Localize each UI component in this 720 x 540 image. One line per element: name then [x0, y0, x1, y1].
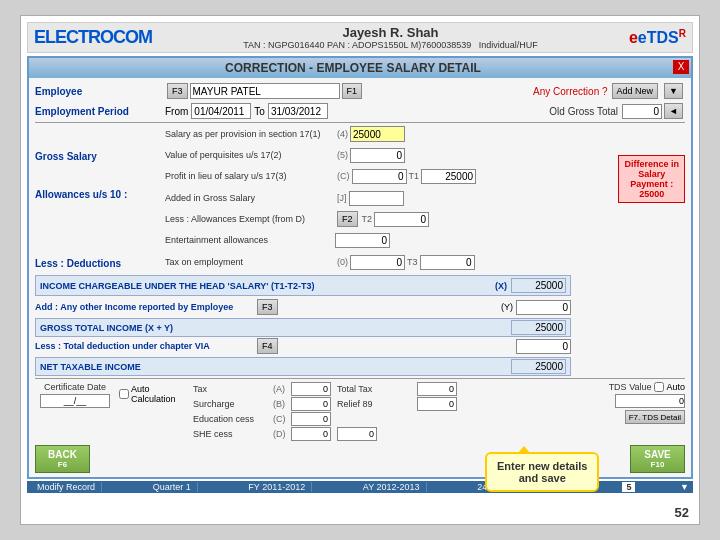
income-x-input[interactable] [511, 278, 566, 293]
top-header: ELECTROCOM Jayesh R. Shah TAN : NGPG0164… [27, 22, 693, 53]
relief-val[interactable] [417, 397, 457, 411]
allowances-section: Allowances u/s 10 : Added in Gross Salar… [35, 189, 571, 251]
cert-date-input[interactable] [40, 394, 110, 408]
tooltip-container: Enter new details and save [485, 452, 599, 492]
ay-item: AY 2012-2013 [357, 482, 427, 492]
salary-sub3-row: Profit in lieu of salary u/s 17(3) (C) T… [165, 167, 571, 185]
t3-input[interactable] [420, 255, 475, 270]
salary-sub2-row: Value of perquisites u/s 17(2) (5) [165, 146, 571, 164]
tds-value-label: TDS Value [609, 382, 652, 392]
tax-val-3[interactable] [291, 427, 331, 441]
t2-input[interactable] [374, 212, 429, 227]
total-deduction-label: Less : Total deduction under chapter VIA [35, 341, 255, 351]
salary-sub1-row: Salary as per provision in section 17(1)… [165, 125, 571, 143]
tax-table: Tax (A) Total Tax Surcharge (B) Relief 8… [193, 382, 541, 442]
header-name: Jayesh R. Shah [243, 25, 538, 40]
t1-input[interactable] [421, 169, 476, 184]
to-date-input[interactable] [268, 103, 328, 119]
tax-val-0[interactable] [291, 382, 331, 396]
divider2 [35, 378, 685, 379]
net-taxable-label: NET TAXABLE INCOME [40, 362, 141, 372]
status-arrow: ▼ [680, 482, 689, 492]
t3-label: T3 [407, 257, 418, 267]
she-extra-val[interactable] [337, 427, 377, 441]
salary-val2-input[interactable] [350, 148, 405, 163]
main-dialog: CORRECTION - EMPLOYEE SALARY DETAIL X Em… [27, 56, 693, 479]
left-section: Gross Salary Salary as per provision in … [35, 125, 571, 376]
f2-button[interactable]: F2 [337, 211, 358, 227]
diff-line1: Difference in [624, 159, 679, 169]
from-label: From [165, 106, 188, 117]
fy-item: FY 2011-2012 [242, 482, 312, 492]
deductions-bracket1: (0) [337, 257, 348, 267]
add-new-button[interactable]: Add New [612, 83, 659, 99]
from-date-input[interactable] [191, 103, 251, 119]
dialog-title: CORRECTION - EMPLOYEE SALARY DETAIL X [29, 58, 691, 78]
t1-label: T1 [409, 171, 420, 181]
total-tax-label: Total Tax [337, 384, 417, 394]
deductions-section: Less : Deductions Tax on employment (0) … [35, 253, 571, 273]
salary-val3-input[interactable] [352, 169, 407, 184]
allowances-label: Allowances u/s 10 : [35, 189, 165, 200]
auto-calc-input[interactable] [119, 389, 129, 399]
diff-line2: Salary [624, 169, 679, 179]
tds-auto-label: Auto [666, 382, 685, 392]
allowances-sub3-row: Entertainment allowances [165, 231, 571, 249]
allowances-val3-input[interactable] [335, 233, 390, 248]
f4-button[interactable]: F4 [257, 338, 278, 354]
relief-label: Relief 89 [337, 399, 417, 409]
f1-button[interactable]: F1 [342, 83, 363, 99]
other-income-input[interactable] [516, 300, 571, 315]
tax-label-2: Education cess [193, 414, 273, 424]
slide-number: 52 [675, 505, 689, 520]
gross-total-label: GROSS TOTAL INCOME (X + Y) [40, 323, 173, 333]
close-button[interactable]: X [673, 60, 689, 74]
salary-val1-input[interactable] [350, 126, 405, 142]
employee-row: Employee F3 F1 Any Correction ? Add New … [35, 82, 685, 100]
bottom-area: Certificate Date Auto Calculation Tax (A… [35, 382, 685, 442]
employee-name-input[interactable] [190, 83, 340, 99]
allowances-val1-input[interactable] [349, 191, 404, 206]
other-income-f3-button[interactable]: F3 [257, 299, 278, 315]
difference-box: Difference in Salary Payment : 25000 [618, 155, 685, 203]
tax-row-3: SHE cess (D) [193, 427, 541, 441]
sub3-label: Profit in lieu of salary u/s 17(3) [165, 171, 335, 181]
deductions-sub1-label: Tax on employment [165, 257, 335, 267]
allowances-sub2-label: Less : Allowances Exempt (from D) [165, 214, 335, 224]
old-gross-label: Old Gross Total [549, 106, 618, 117]
tds-auto-input[interactable] [654, 382, 664, 392]
tax-val-1[interactable] [291, 397, 331, 411]
net-taxable-input[interactable] [511, 359, 566, 374]
y-label: (Y) [501, 302, 513, 312]
f7-detail-button[interactable]: F7. TDS Detail [625, 410, 685, 424]
total-deduction-input[interactable] [516, 339, 571, 354]
tds-auto-checkbox[interactable]: Auto [654, 382, 685, 392]
allowances-sub2-row: Less : Allowances Exempt (from D) F2 T2 [165, 210, 571, 228]
gross-salary-row: Gross Salary Salary as per provision in … [35, 125, 571, 187]
quarter-item: Quarter 1 [147, 482, 198, 492]
deductions-val1-input[interactable] [350, 255, 405, 270]
auto-calc-checkbox[interactable]: Auto Calculation [119, 384, 189, 404]
tax-val-2[interactable] [291, 412, 331, 426]
tax-row-2: Education cess (C) [193, 412, 541, 426]
f3-button[interactable]: F3 [167, 83, 188, 99]
slide-container: ELECTROCOM Jayesh R. Shah TAN : NGPG0164… [20, 15, 700, 525]
back-button[interactable]: BACK F6 [35, 445, 90, 473]
total-tax-val[interactable] [417, 382, 457, 396]
gross-total-input[interactable] [511, 320, 566, 335]
logo-electrocom: ELECTROCOM [34, 27, 152, 48]
tax-label-3: SHE cess [193, 429, 273, 439]
save-button[interactable]: SAVE F10 [630, 445, 685, 473]
old-gross-arrow[interactable]: ◄ [664, 103, 683, 119]
save-btn[interactable]: SAVE F10 [630, 445, 685, 473]
gross-total-row: GROSS TOTAL INCOME (X + Y) [35, 318, 571, 337]
tooltip-line2: and save [497, 472, 587, 484]
employment-row: Employment Period From To Old Gross Tota… [35, 102, 685, 120]
back-btn[interactable]: BACK F6 [35, 445, 90, 473]
header-center: Jayesh R. Shah TAN : NGPG016440 PAN : AD… [243, 25, 538, 50]
dropdown-button[interactable]: ▼ [664, 83, 683, 99]
tds-val-input[interactable] [615, 394, 685, 408]
auto-calc-area: Auto Calculation [119, 382, 189, 442]
old-gross-input[interactable] [622, 104, 662, 119]
to-label: To [254, 106, 265, 117]
